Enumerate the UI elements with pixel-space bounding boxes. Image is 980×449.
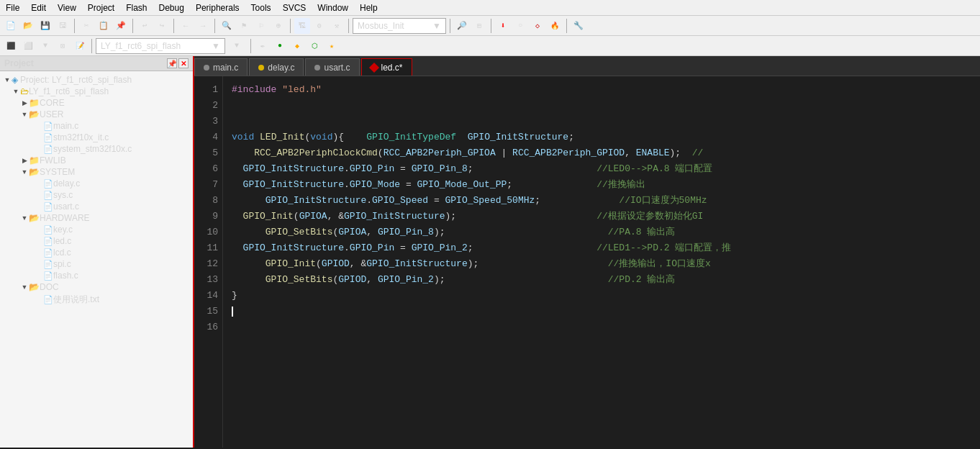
sep8	[491, 19, 491, 33]
run-btn[interactable]: ◇	[530, 18, 545, 34]
tab-delayc-icon	[258, 65, 264, 71]
menu-edit[interactable]: Edit	[25, 1, 52, 14]
system-folder-icon: 📂	[29, 167, 40, 177]
mark1-btn[interactable]: ⚑	[236, 18, 252, 34]
reset-btn[interactable]: ○	[512, 18, 528, 34]
tree-doc-folder[interactable]: ▼ 📂 DOC	[0, 281, 193, 293]
hardware-label: HARDWARE	[40, 213, 90, 223]
build-btn[interactable]: ⚙	[312, 18, 327, 34]
t2-btn5[interactable]: ▼	[227, 38, 247, 54]
t2-btn3[interactable]: ⊠	[55, 38, 71, 54]
tree-spic[interactable]: 📄 spi.c	[0, 258, 193, 270]
t2-btn10[interactable]: ★	[324, 38, 340, 54]
mainc-label: main.c	[53, 121, 78, 131]
tree-keyc[interactable]: 📄 key.c	[0, 224, 193, 235]
dropdown-chevron: ▼	[432, 21, 441, 31]
system-label: system_stm32f10x.c	[53, 144, 132, 154]
t2-btn8[interactable]: ◆	[289, 38, 305, 54]
sep7	[450, 19, 450, 33]
project-close-btn[interactable]: ✕	[178, 58, 189, 68]
copy-btn[interactable]: 📋	[96, 18, 112, 34]
tree-ledc[interactable]: 📄 led.c	[0, 235, 193, 247]
flame-btn[interactable]: 🔥	[547, 18, 563, 34]
t2-btn4[interactable]: 📝	[72, 38, 88, 54]
tree-delayc[interactable]: 📄 delay.c	[0, 178, 193, 189]
open-btn[interactable]: 📂	[20, 18, 36, 34]
menu-peripherals[interactable]: Peripherals	[190, 1, 245, 14]
save-all-btn[interactable]: 🖫	[55, 18, 71, 34]
sep9	[566, 19, 567, 33]
sysc-icon: 📄	[43, 191, 53, 200]
paste-btn[interactable]: 📌	[113, 18, 129, 34]
tree-stm32-it[interactable]: 📄 stm32f10x_it.c	[0, 132, 193, 143]
code-editor[interactable]: 1 2 3 4 5 6 7 8 9 10 11 12 13 14 15 16 #…	[194, 76, 980, 448]
tree-usartc[interactable]: 📄 usart.c	[0, 201, 193, 212]
project-panel: Project 📌 ✕ ▼ ◈ Project: LY_f1_rct6_spi_…	[0, 56, 194, 448]
menu-flash[interactable]: Flash	[120, 1, 153, 14]
tree-system-folder[interactable]: ▼ 📂 SYSTEM	[0, 166, 193, 178]
back-btn[interactable]: ←	[178, 18, 194, 34]
tree-mainc[interactable]: 📄 main.c	[0, 120, 193, 132]
core-folder-icon: 📁	[29, 98, 40, 108]
build2-btn[interactable]: ⚒	[329, 18, 345, 34]
redo-btn[interactable]: ↪	[154, 18, 170, 34]
tree-user-folder[interactable]: ▼ 📂 USER	[0, 109, 193, 120]
project-tree: ▼ ◈ Project: LY_f1_rct6_spi_flash ▼ 🗁 LY…	[0, 71, 193, 309]
download-btn[interactable]: ⬇	[495, 18, 511, 34]
tree-system[interactable]: 📄 system_stm32f10x.c	[0, 143, 193, 155]
code-content[interactable]: #include "led.h" void LED_Init(void){ GP…	[223, 76, 980, 448]
t2-btn9[interactable]: ⬡	[307, 38, 322, 54]
tab-usartc-icon	[314, 65, 320, 71]
project-dropdown[interactable]: LY_f1_rct6_spi_flash ▼	[96, 38, 225, 54]
menu-help[interactable]: Help	[354, 1, 384, 14]
menubar: File Edit View Project Flash Debug Perip…	[0, 0, 980, 16]
fwlib-expand-icon: ▶	[20, 156, 29, 165]
t2-btn6[interactable]: ✒	[255, 38, 271, 54]
tab-ledc[interactable]: led.c*	[361, 58, 412, 76]
usartc-label: usart.c	[53, 201, 79, 212]
function-dropdown[interactable]: Mosbus_Init ▼	[353, 18, 446, 34]
tree-core-folder[interactable]: ▶ 📁 CORE	[0, 97, 193, 109]
mark3-btn[interactable]: ⊕	[271, 18, 286, 34]
menu-svcs[interactable]: SVCS	[277, 1, 312, 14]
project-pin-btn[interactable]: 📌	[167, 58, 177, 68]
menu-project[interactable]: Project	[82, 1, 120, 14]
root-expand-icon: ▼	[3, 76, 12, 84]
tab-bar: main.c delay.c usart.c led.c*	[194, 56, 980, 76]
tree-readme[interactable]: 📄 使用说明.txt	[0, 293, 193, 307]
tree-root[interactable]: ▼ ◈ Project: LY_f1_rct6_spi_flash	[0, 74, 193, 86]
settings-btn[interactable]: 🔧	[571, 18, 586, 34]
tab-usartc[interactable]: usart.c	[305, 58, 359, 76]
tab-delayc[interactable]: delay.c	[249, 58, 304, 76]
t2-btn7[interactable]: ●	[272, 38, 288, 54]
new-file-btn[interactable]: 📄	[3, 18, 19, 34]
find-btn[interactable]: 🔍	[219, 18, 235, 34]
t2-dropdown-btn[interactable]: ▼	[37, 38, 53, 54]
menu-debug[interactable]: Debug	[153, 1, 190, 14]
t2-btn1[interactable]: ⬛	[3, 38, 19, 54]
menu-window[interactable]: Window	[312, 1, 354, 14]
tab-usartc-label: usart.c	[324, 63, 350, 73]
tree-flashc[interactable]: 📄 flash.c	[0, 270, 193, 281]
fwd-btn[interactable]: →	[195, 18, 211, 34]
tree-hardware-folder[interactable]: ▼ 📂 HARDWARE	[0, 212, 193, 224]
tree-sysc[interactable]: 📄 sys.c	[0, 189, 193, 201]
compile-btn[interactable]: 🏗	[294, 18, 310, 34]
menu-file[interactable]: File	[0, 1, 25, 14]
menu-view[interactable]: View	[52, 1, 82, 14]
tree-lcdc[interactable]: 📄 lcd.c	[0, 247, 193, 258]
root-icon: ◈	[12, 75, 18, 85]
undo-btn[interactable]: ↩	[137, 18, 153, 34]
search2-btn[interactable]: 🔎	[454, 18, 470, 34]
cmd-btn[interactable]: ⊞	[471, 18, 487, 34]
mark2-btn[interactable]: ⚐	[253, 18, 269, 34]
sep5	[290, 19, 291, 33]
cut-btn[interactable]: ✂	[78, 18, 94, 34]
tree-project-node[interactable]: ▼ 🗁 LY_f1_rct6_spi_flash	[0, 86, 193, 97]
t2-btn2[interactable]: ⬜	[20, 38, 36, 54]
save-btn[interactable]: 💾	[37, 18, 53, 34]
menu-tools[interactable]: Tools	[245, 1, 277, 14]
tab-mainc[interactable]: main.c	[194, 58, 248, 76]
flashc-label: flash.c	[53, 271, 78, 281]
tree-fwlib-folder[interactable]: ▶ 📁 FWLIB	[0, 155, 193, 166]
